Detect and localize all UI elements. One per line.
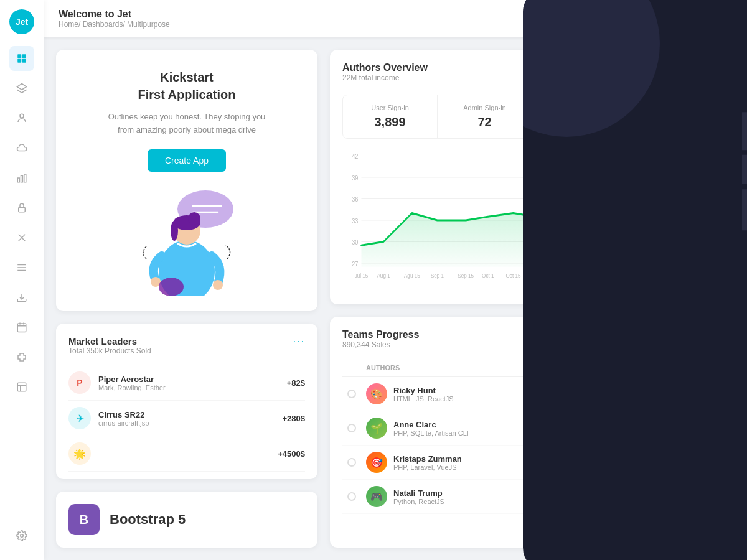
svg-rect-7 — [21, 175, 23, 182]
sidebar-item-list[interactable] — [9, 255, 34, 280]
kickstart-title: Kickstart First Application — [138, 68, 235, 103]
svg-text:Oct 1: Oct 1 — [482, 273, 494, 279]
author-skills: HTML, JS, ReactJS — [393, 395, 454, 403]
page-title: Welcome to Jet — [59, 9, 170, 20]
market-item-detail: cirrus-aircraft.jsp — [98, 419, 282, 427]
bootstrap-title: Bootstrap 5 — [110, 511, 186, 528]
teams-subtitle: 890,344 Sales — [342, 340, 419, 349]
svg-point-49 — [213, 280, 223, 290]
author-cell: 🎯 Kristaps Zumman PHP, Laravel, VueJS — [366, 452, 524, 473]
sidebar-item-calendar[interactable] — [9, 315, 34, 340]
market-item-value: +280$ — [282, 414, 305, 423]
stat-admin-signin-label: Admin Sign-in — [448, 104, 522, 111]
row-checkbox[interactable] — [347, 390, 356, 398]
svg-rect-1 — [22, 54, 26, 58]
sidebar-item-dashboard[interactable] — [9, 46, 34, 71]
author-avatar: 🎨 — [366, 383, 387, 404]
author-name: Ricky Hunt — [393, 386, 454, 395]
author-avatar: 🎮 — [366, 486, 387, 507]
sidebar-item-lock[interactable] — [9, 195, 34, 220]
authors-subtitle: 22M total income — [342, 73, 428, 82]
side-tabs: Explore Help Buy now — [742, 112, 747, 230]
svg-rect-20 — [17, 383, 26, 391]
row-checkbox[interactable] — [347, 424, 356, 432]
sidebar-item-download[interactable] — [9, 285, 34, 310]
row-checkbox[interactable] — [347, 492, 356, 501]
create-app-button[interactable]: Create App — [148, 149, 226, 172]
help-tab[interactable]: Help — [742, 155, 747, 184]
kickstart-description: Outlines keep you honest. They stoping y… — [106, 111, 268, 137]
market-item-icon: P — [68, 371, 91, 394]
dark-panel: Explore Help Buy now — [523, 0, 747, 560]
market-item: +1,050$ — [68, 472, 305, 479]
svg-rect-3 — [22, 59, 26, 63]
svg-text:Jul 15: Jul 15 — [355, 273, 369, 279]
sidebar-item-close[interactable] — [9, 225, 34, 250]
buy-now-tab[interactable]: Buy now — [742, 189, 747, 230]
stat-user-signin-label: User Sign-in — [353, 104, 427, 111]
svg-text:36: 36 — [352, 196, 358, 203]
svg-text:Aug 1: Aug 1 — [377, 273, 390, 279]
sidebar-item-puzzle[interactable] — [9, 345, 34, 370]
teams-title: Teams Progress — [342, 329, 419, 340]
author-cell: 🎮 Natali Trump Python, ReactJS — [366, 486, 524, 507]
author-skills: PHP, SQLite, Artisan CLI — [393, 429, 469, 437]
more-options-icon[interactable]: ··· — [293, 336, 305, 347]
svg-text:42: 42 — [352, 153, 358, 161]
sidebar-item-cloud[interactable] — [9, 136, 34, 161]
svg-point-50 — [159, 278, 184, 296]
header-title-section: Welcome to Jet Home/ Dashboards/ Multipu… — [59, 9, 170, 29]
svg-marker-4 — [17, 84, 27, 90]
author-skills: PHP, Laravel, VueJS — [393, 464, 462, 471]
app-logo[interactable]: Jet — [9, 9, 34, 34]
market-leaders-subtitle: Total 350k Products Sold — [68, 347, 151, 355]
svg-point-46 — [171, 221, 178, 241]
sidebar-item-chart[interactable] — [9, 166, 34, 190]
sidebar: Jet — [0, 0, 44, 560]
stat-admin-signin: Admin Sign-in 72 — [438, 95, 532, 138]
market-item: 🌟 +4500$ — [68, 436, 305, 472]
svg-rect-0 — [17, 54, 21, 58]
sidebar-item-user[interactable] — [9, 106, 34, 131]
svg-text:Sep 1: Sep 1 — [431, 273, 444, 279]
market-item-icon: 🌟 — [68, 442, 91, 465]
market-item-name: Cirrus SR22 — [98, 410, 282, 419]
sidebar-item-settings[interactable] — [9, 523, 34, 548]
svg-rect-6 — [17, 178, 19, 182]
explore-tab[interactable]: Explore — [742, 112, 747, 150]
author-name: Kristaps Zumman — [393, 454, 462, 464]
stat-user-signin: User Sign-in 3,899 — [343, 95, 438, 138]
svg-text:30: 30 — [352, 239, 359, 246]
author-name: Natali Trump — [393, 488, 444, 498]
svg-text:27: 27 — [352, 260, 358, 268]
svg-text:Sep 15: Sep 15 — [458, 273, 474, 279]
market-leaders-card: Market Leaders Total 350k Products Sold … — [56, 324, 317, 479]
market-item-detail: Mark, Rowling, Esther — [98, 384, 287, 391]
market-extra-value: +4500$ — [278, 449, 305, 459]
market-leaders-title: Market Leaders — [68, 336, 151, 347]
sidebar-item-template[interactable] — [9, 375, 34, 399]
svg-point-23 — [21, 534, 24, 538]
breadcrumb: Home/ Dashboards/ Multipurpose — [59, 20, 170, 29]
author-avatar: 🎯 — [366, 452, 387, 473]
svg-point-47 — [188, 212, 200, 225]
kickstart-card: Kickstart First Application Outlines kee… — [56, 50, 317, 311]
stat-user-signin-value: 3,899 — [353, 115, 427, 129]
authors-title: Authors Overview — [342, 62, 428, 73]
bootstrap-banner: B Bootstrap 5 — [56, 492, 317, 548]
svg-text:33: 33 — [352, 217, 358, 225]
svg-rect-16 — [17, 324, 26, 332]
svg-text:Oct 15: Oct 15 — [506, 273, 521, 279]
svg-rect-9 — [19, 207, 26, 212]
row-checkbox[interactable] — [347, 458, 356, 467]
svg-text:Agu 15: Agu 15 — [404, 273, 420, 279]
stat-admin-signin-value: 72 — [448, 115, 522, 129]
svg-rect-8 — [24, 174, 26, 182]
dark-curve-decoration — [523, 0, 660, 137]
market-item: P Piper Aerostar Mark, Rowling, Esther +… — [68, 365, 305, 401]
market-item-name: Piper Aerostar — [98, 375, 287, 384]
svg-text:39: 39 — [352, 174, 358, 182]
author-skills: Python, ReactJS — [393, 498, 444, 505]
sidebar-item-layers[interactable] — [9, 76, 34, 101]
author-name: Anne Clarc — [393, 420, 469, 429]
